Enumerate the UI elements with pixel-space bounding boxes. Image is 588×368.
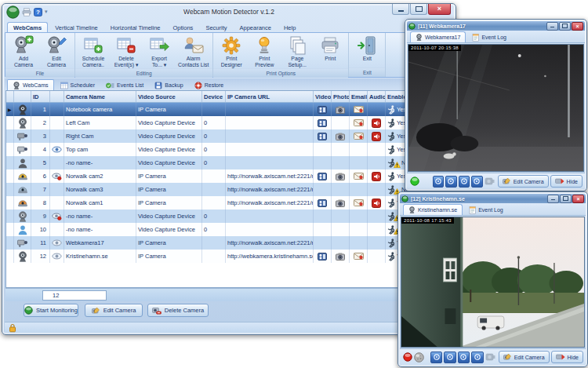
button-label: Page xyxy=(291,56,303,62)
close-button[interactable]: × xyxy=(572,195,584,203)
video-feed-night[interactable]: 2011-10-07 20:15:38 xyxy=(408,44,584,172)
delete-event-s-button[interactable]: DeleteEvent(s) ▾ xyxy=(110,35,143,68)
tab-camera-view[interactable]: Kristinehamn.se xyxy=(403,204,463,215)
header-video-source[interactable]: Video Source xyxy=(136,91,202,102)
camera-window-title-bar[interactable]: [12] Kristinehamn.se × xyxy=(400,194,586,203)
button-label: Camera.. xyxy=(82,62,104,68)
table-row-camera-5[interactable]: 5-no name-Video Capture Device0No xyxy=(6,156,452,169)
control-button-4[interactable] xyxy=(471,352,483,363)
print-button[interactable]: Print xyxy=(314,35,347,62)
camera-type-cell xyxy=(14,103,31,116)
cell-video-source: IP Camera xyxy=(136,236,202,250)
timestamp-overlay: 2011-10-08 17:15:43 xyxy=(401,217,454,224)
title-bar[interactable]: Webcam Motion Detector v.1.2 ? ▾ × xyxy=(2,4,456,20)
table-row-camera-3[interactable]: 3Right CamVideo Capture Device0Yes xyxy=(6,129,452,143)
maximize-button[interactable] xyxy=(410,4,427,15)
hide-button[interactable]: Hide xyxy=(551,351,583,363)
svg-text:?: ? xyxy=(36,9,40,16)
control-button-3[interactable] xyxy=(459,176,470,188)
ribbon-tab-webcams[interactable]: WebCams xyxy=(7,22,48,32)
maximize-button[interactable] xyxy=(560,195,572,203)
printer-icon[interactable] xyxy=(22,8,31,16)
header-ip-camera-url[interactable]: IP Camera URL xyxy=(226,91,314,102)
ribbon-tab-horizontal-timeline[interactable]: Horizontal Timeline xyxy=(105,23,166,32)
start-monitoring-button[interactable]: Start Monitoring xyxy=(24,304,78,317)
cell-audio xyxy=(368,196,386,210)
tab-event-log[interactable]: Event Log xyxy=(464,205,508,215)
ribbon-tab-appearance[interactable]: Appearance xyxy=(234,23,276,32)
dome-icon xyxy=(17,172,28,181)
audio-flag-icon xyxy=(372,172,381,181)
table-row-camera-1[interactable]: ▶1Notebook cameraIP CameraYes xyxy=(6,103,452,116)
tab-event-log[interactable]: Event Log xyxy=(467,32,511,42)
table-row-camera-6[interactable]: 6Norwalk cam2IP Camerahttp://norwalk.axi… xyxy=(6,169,452,183)
table-row-camera-2[interactable]: 2Left CamVideo Capture Device0Yes xyxy=(6,116,452,129)
control-button-2[interactable] xyxy=(444,352,456,363)
table-row-camera-11[interactable]: 11Webkamera17IP Camerahttp://norwalk.axi… xyxy=(6,236,452,250)
control-button-1[interactable] xyxy=(433,176,445,188)
table-row-camera-9[interactable]: 9-no name-Video Capture Device0No xyxy=(6,210,452,223)
header-id[interactable]: ID xyxy=(31,91,50,102)
header-audio[interactable]: Audio xyxy=(368,91,386,102)
scheduler-tab-icon xyxy=(60,82,68,89)
edit-camera-button[interactable]: EditCamera xyxy=(40,35,73,68)
snapshot-icon[interactable] xyxy=(485,177,495,186)
table-row-camera-8[interactable]: 8Norwalk cam1IP Camerahttp://norwalk.axi… xyxy=(6,196,452,210)
table-row-camera-12[interactable]: 12Kristinehamn.seIP Camerahttp://webkame… xyxy=(6,250,452,263)
page-setup-button[interactable]: PageSetup... xyxy=(281,35,314,68)
minimize-button[interactable] xyxy=(547,195,559,203)
header-device[interactable]: Device xyxy=(202,91,226,102)
ribbon-tab-bar: WebCamsVertical TimelineHorizontal Timel… xyxy=(7,20,451,32)
qat-dropdown-icon[interactable]: ▾ xyxy=(45,9,48,15)
header-camera-name[interactable]: Camera Name xyxy=(64,91,136,102)
view-tab-events-list[interactable]: Events List xyxy=(101,80,148,90)
tab-camera-view[interactable]: Webkamera17 xyxy=(410,31,466,42)
camera-window-title-bar[interactable]: [11] Webkamera17 × xyxy=(407,21,585,31)
app-orb-button[interactable] xyxy=(6,5,20,19)
ribbon-tab-vertical-timeline[interactable]: Vertical Timeline xyxy=(49,23,103,32)
print-designer-button[interactable]: PrintDesigner xyxy=(215,35,248,68)
minimize-button[interactable] xyxy=(392,4,409,15)
header-email[interactable]: Email xyxy=(350,91,368,102)
ribbon-tab-options[interactable]: Options xyxy=(168,23,199,32)
export-to-button[interactable]: ExportTo... ▾ xyxy=(143,35,176,68)
control-button-4[interactable] xyxy=(471,176,483,188)
edit-camera-button[interactable]: Edit Camera xyxy=(499,351,550,363)
add-camera-button[interactable]: AddCamera xyxy=(7,35,40,68)
schedule-camera-button[interactable]: ScheduleCamera.. xyxy=(77,35,110,68)
boxcam-icon xyxy=(17,145,28,154)
close-button[interactable]: × xyxy=(572,22,583,31)
table-row-camera-4[interactable]: 4Top camVideo Capture Device0Yes xyxy=(6,143,452,156)
close-button[interactable]: × xyxy=(428,4,451,15)
view-tab-scheduler[interactable]: Scheduler xyxy=(56,80,100,90)
window-controls: × xyxy=(546,22,583,31)
exit-button[interactable]: Exit xyxy=(350,35,383,62)
header-photo[interactable]: Photo xyxy=(332,91,350,102)
maximize-button[interactable] xyxy=(559,22,571,31)
minimize-button[interactable] xyxy=(546,22,558,31)
edit-camera-button[interactable]: Edit Camera xyxy=(498,175,549,188)
ribbon-tab-help[interactable]: Help xyxy=(278,23,301,32)
table-row-camera-7[interactable]: 7Norwalk cam3IP Camerahttp://norwalk.axi… xyxy=(6,183,452,196)
audio-flag-icon xyxy=(372,118,381,128)
view-tab-restore[interactable]: Restore xyxy=(190,80,229,90)
control-button-3[interactable] xyxy=(458,352,470,363)
ribbon-tab-security[interactable]: Security xyxy=(200,23,232,32)
control-button-2[interactable] xyxy=(445,176,457,188)
help-icon[interactable]: ? xyxy=(34,8,42,16)
edit-camera-button[interactable]: Edit Camera xyxy=(85,304,143,317)
alarm-contacts-list-button[interactable]: AlarmContacts List xyxy=(176,35,211,68)
print-preview-button[interactable]: PrintPreview xyxy=(248,35,281,68)
view-tab-webcams[interactable]: WebCams xyxy=(7,79,54,90)
control-button-1[interactable] xyxy=(430,352,442,363)
snapshot-icon[interactable] xyxy=(485,352,495,362)
header-video[interactable]: Video xyxy=(314,91,332,102)
cell-email xyxy=(350,129,368,143)
cell-device: 0 xyxy=(202,129,226,143)
video-feed-day[interactable]: 2011-10-08 17:15:43 xyxy=(401,217,585,348)
delete-camera-button[interactable]: Delete Camera xyxy=(147,304,209,317)
view-tab-backup[interactable]: Backup xyxy=(150,80,187,90)
camera-type-cell xyxy=(14,236,31,250)
hide-button[interactable]: Hide xyxy=(550,175,583,188)
table-row-camera-10[interactable]: 10-no name-Video Capture Device0No xyxy=(6,223,452,236)
